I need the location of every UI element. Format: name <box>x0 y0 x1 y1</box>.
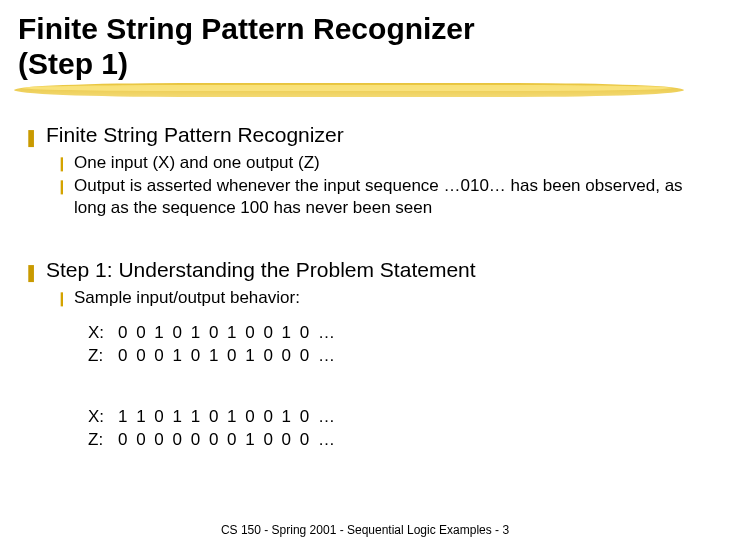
example-row: Z: 0 0 0 1 0 1 0 1 0 0 0 … <box>88 345 712 368</box>
section1-b2: Output is asserted whenever the input se… <box>74 175 712 218</box>
example-block: X: 0 0 1 0 1 0 1 0 0 1 0 … Z: 0 0 0 1 0 … <box>88 322 712 368</box>
bullet-l2-icon: ❙ <box>56 155 68 173</box>
title-underline <box>18 83 712 101</box>
bullet-l2-icon: ❙ <box>56 178 68 196</box>
section-heading: ❚ Finite String Pattern Recognizer <box>24 123 712 148</box>
brush-stroke-icon <box>14 83 684 97</box>
section2-b1: Sample input/output behavior: <box>74 287 300 308</box>
spacer <box>18 220 712 252</box>
section1-heading-text: Finite String Pattern Recognizer <box>46 123 344 147</box>
x-label: X: <box>88 322 118 345</box>
bullet-l1-icon: ❚ <box>24 262 38 283</box>
bullet-l2-icon: ❙ <box>56 290 68 308</box>
slide-title: Finite String Pattern Recognizer (Step 1… <box>18 12 712 81</box>
spacer <box>18 372 712 392</box>
title-line-2: (Step 1) <box>18 47 128 80</box>
bullet-l1-icon: ❚ <box>24 127 38 148</box>
bullet-item: ❙ One input (X) and one output (Z) <box>56 152 712 173</box>
bullet-item: ❙ Output is asserted whenever the input … <box>56 175 712 218</box>
z-sequence: 0 0 0 0 0 0 0 1 0 0 0 … <box>118 429 335 452</box>
slide: Finite String Pattern Recognizer (Step 1… <box>0 0 730 452</box>
section-heading: ❚ Step 1: Understanding the Problem Stat… <box>24 258 712 283</box>
x-sequence: 1 1 0 1 1 0 1 0 0 1 0 … <box>118 406 335 429</box>
example-row: X: 1 1 0 1 1 0 1 0 0 1 0 … <box>88 406 712 429</box>
section2-heading-text: Step 1: Understanding the Problem Statem… <box>46 258 476 282</box>
z-sequence: 0 0 0 1 0 1 0 1 0 0 0 … <box>118 345 335 368</box>
title-line-1: Finite String Pattern Recognizer <box>18 12 475 45</box>
x-label: X: <box>88 406 118 429</box>
z-label: Z: <box>88 429 118 452</box>
bullet-item: ❙ Sample input/output behavior: <box>56 287 712 308</box>
example-block: X: 1 1 0 1 1 0 1 0 0 1 0 … Z: 0 0 0 0 0 … <box>88 406 712 452</box>
section1-b1: One input (X) and one output (Z) <box>74 152 320 173</box>
example-row: X: 0 0 1 0 1 0 1 0 0 1 0 … <box>88 322 712 345</box>
x-sequence: 0 0 1 0 1 0 1 0 0 1 0 … <box>118 322 335 345</box>
example-row: Z: 0 0 0 0 0 0 0 1 0 0 0 … <box>88 429 712 452</box>
slide-footer: CS 150 - Spring 2001 - Sequential Logic … <box>0 523 730 537</box>
z-label: Z: <box>88 345 118 368</box>
